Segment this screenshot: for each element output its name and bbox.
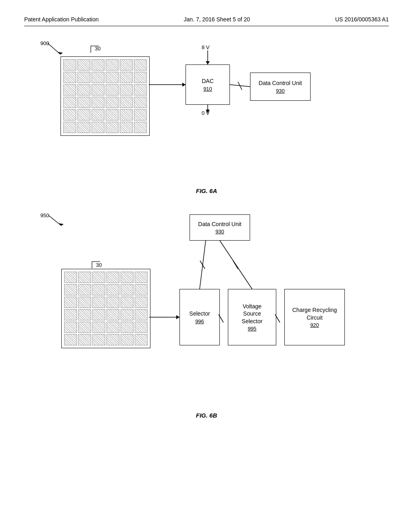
svg-marker-1 [58, 52, 63, 54]
svg-line-18 [200, 261, 205, 269]
header-publication: Patent Application Publication [24, 16, 98, 23]
voltage-low-6a: 0 V [202, 110, 210, 116]
charge-recycling-box: Charge Recycling Circuit 920 [284, 289, 345, 345]
svg-line-12 [48, 215, 61, 226]
voltage-source-selector-box: Voltage Source Selector 995 [228, 289, 276, 345]
svg-line-0 [48, 43, 60, 54]
fig6a-diagram: 900 30 [36, 38, 389, 183]
svg-line-16 [200, 241, 206, 289]
svg-marker-13 [59, 223, 64, 226]
fig6a-label: FIG. 6A [24, 187, 389, 194]
fig6b-diagram: 950 Data Control Unit 930 30 [36, 210, 389, 408]
dac-box: DAC 910 [186, 64, 230, 105]
svg-marker-21 [176, 315, 179, 319]
fig6b-label: FIG. 6B [24, 412, 389, 419]
ref-900: 900 [40, 40, 49, 46]
pixel-grid-6b [61, 269, 150, 348]
svg-marker-7 [206, 61, 210, 64]
header-date-sheet: Jan. 7, 2016 Sheet 5 of 20 [184, 16, 250, 23]
svg-line-17 [220, 241, 252, 289]
fig6a-section: 900 30 [24, 38, 389, 194]
selector-box: Selector 996 [179, 289, 220, 345]
svg-marker-5 [182, 83, 186, 87]
svg-line-10 [230, 85, 250, 87]
ref-30-label-6b: 30 [96, 262, 102, 268]
voltage-high-6a: 8 V [202, 44, 210, 50]
page-header: Patent Application Publication Jan. 7, 2… [24, 16, 389, 26]
ref-950: 950 [40, 212, 49, 218]
data-control-box-6a: Data Control Unit 930 [250, 73, 311, 101]
header-patent-number: US 2016/0005363 A1 [335, 16, 389, 23]
ref-30-label-6a: 30 [95, 46, 100, 52]
fig6b-section: 950 Data Control Unit 930 30 [24, 210, 389, 419]
pixel-grid-6a [60, 56, 150, 136]
data-control-box-6b: Data Control Unit 930 [190, 214, 250, 241]
svg-line-19 [233, 261, 238, 269]
svg-line-11 [238, 82, 242, 90]
